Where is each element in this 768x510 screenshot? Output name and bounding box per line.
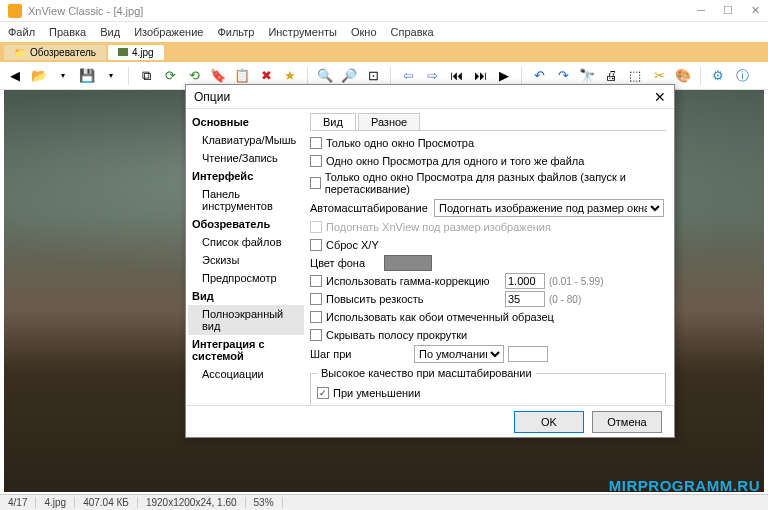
sidebar-item-assoc[interactable]: Ассоциации [188, 365, 304, 383]
sidebar-cat-integration[interactable]: Интеграция с системой [188, 335, 304, 365]
gamma-input[interactable] [505, 273, 545, 289]
menubar: Файл Правка Вид Изображение Фильтр Инстр… [0, 22, 768, 42]
tab-browser[interactable]: 📁 Обозреватель [4, 45, 106, 60]
ok-button[interactable]: OK [514, 411, 584, 433]
sidebar-item-preview[interactable]: Предпросмотр [188, 269, 304, 287]
sidebar-cat-browser[interactable]: Обозреватель [188, 215, 304, 233]
checkbox-hq-down[interactable] [317, 387, 329, 399]
checkbox-fit-window [310, 221, 322, 233]
autoscale-select[interactable]: Подогнать изображение под размер окна, т… [434, 199, 664, 217]
options-dialog: Опции ✕ Основные Клавиатура/Мышь Чтение/… [185, 84, 675, 438]
close-button[interactable]: ✕ [751, 4, 760, 17]
status-dimensions: 1920x1200x24, 1.60 [138, 497, 246, 508]
menu-edit[interactable]: Правка [49, 26, 86, 38]
dropdown-icon[interactable]: ▾ [102, 67, 120, 85]
sidebar-cat-interface[interactable]: Интерфейс [188, 167, 304, 185]
status-zoom: 53% [246, 497, 283, 508]
print-icon[interactable]: 🖨 [602, 67, 620, 85]
crop-icon[interactable]: ✂ [650, 67, 668, 85]
watermark: MIRPROGRAMM.RU [609, 477, 760, 494]
zoom-fit-icon[interactable]: ⊡ [364, 67, 382, 85]
sharpen-input[interactable] [505, 291, 545, 307]
app-logo [8, 4, 22, 18]
tag-icon[interactable]: 🔖 [209, 67, 227, 85]
back-icon[interactable]: ◀ [6, 67, 24, 85]
panel-tab-view[interactable]: Вид [310, 113, 356, 130]
tab-image[interactable]: 4.jpg [108, 45, 164, 60]
menu-tools[interactable]: Инструменты [268, 26, 337, 38]
star-icon[interactable]: ★ [281, 67, 299, 85]
checkbox-sharpen[interactable] [310, 293, 322, 305]
checkbox-reset-xy[interactable] [310, 239, 322, 251]
slideshow-icon[interactable]: ▶ [495, 67, 513, 85]
zoom-out-icon[interactable]: 🔎 [340, 67, 358, 85]
checkbox-wallpaper[interactable] [310, 311, 322, 323]
step-label: Шаг при [310, 348, 410, 360]
first-icon[interactable]: ⏮ [447, 67, 465, 85]
resize-icon[interactable]: ⬚ [626, 67, 644, 85]
step-input[interactable] [508, 346, 548, 362]
status-index: 4/17 [0, 497, 36, 508]
sidebar-item-keyboard[interactable]: Клавиатура/Мышь [188, 131, 304, 149]
prev-icon[interactable]: ⇦ [399, 67, 417, 85]
zoom-in-icon[interactable]: 🔍 [316, 67, 334, 85]
menu-filter[interactable]: Фильтр [217, 26, 254, 38]
sidebar-cat-view[interactable]: Вид [188, 287, 304, 305]
sidebar-item-fullscreen[interactable]: Полноэкранный вид [188, 305, 304, 335]
checkbox-diff-file-window[interactable] [310, 177, 321, 189]
refresh-icon[interactable]: ⟳ [161, 67, 179, 85]
hq-scaling-group: Высокое качество при масштабировании При… [310, 367, 666, 405]
save-icon[interactable]: 💾 [78, 67, 96, 85]
sidebar-item-thumbs[interactable]: Эскизы [188, 251, 304, 269]
settings-icon[interactable]: ⚙ [709, 67, 727, 85]
checkbox-gamma[interactable] [310, 275, 322, 287]
scan-icon[interactable]: ⧉ [137, 67, 155, 85]
thumbnail-icon [118, 48, 128, 56]
menu-help[interactable]: Справка [391, 26, 434, 38]
delete-icon[interactable]: ✖ [257, 67, 275, 85]
info-icon[interactable]: ⓘ [733, 67, 751, 85]
checkbox-hide-scroll[interactable] [310, 329, 322, 341]
options-panel: Вид Разное Только одно окно Просмотра Од… [306, 109, 674, 405]
sidebar-item-toolbar[interactable]: Панель инструментов [188, 185, 304, 215]
bgcolor-swatch[interactable] [384, 255, 432, 271]
binoculars-icon[interactable]: 🔭 [578, 67, 596, 85]
rotate-right-icon[interactable]: ↷ [554, 67, 572, 85]
sidebar-item-readwrite[interactable]: Чтение/Запись [188, 149, 304, 167]
menu-window[interactable]: Окно [351, 26, 377, 38]
adjust-icon[interactable]: 🎨 [674, 67, 692, 85]
cancel-button[interactable]: Отмена [592, 411, 662, 433]
status-filesize: 407.04 КБ [75, 497, 138, 508]
window-title: XnView Classic - [4.jpg] [28, 5, 697, 17]
dropdown-icon[interactable]: ▾ [54, 67, 72, 85]
dialog-title: Опции [194, 90, 654, 104]
document-tabbar: 📁 Обозреватель 4.jpg [0, 42, 768, 62]
options-sidebar: Основные Клавиатура/Мышь Чтение/Запись И… [186, 109, 306, 405]
last-icon[interactable]: ⏭ [471, 67, 489, 85]
menu-view[interactable]: Вид [100, 26, 120, 38]
next-icon[interactable]: ⇨ [423, 67, 441, 85]
statusbar: 4/17 4.jpg 407.04 КБ 1920x1200x24, 1.60 … [0, 494, 768, 510]
menu-image[interactable]: Изображение [134, 26, 203, 38]
sidebar-cat-general[interactable]: Основные [188, 113, 304, 131]
checkbox-single-window[interactable] [310, 137, 322, 149]
dialog-close-button[interactable]: ✕ [654, 89, 666, 105]
bgcolor-label: Цвет фона [310, 257, 380, 269]
minimize-button[interactable]: ─ [697, 4, 705, 17]
panel-tab-misc[interactable]: Разное [358, 113, 420, 130]
reload-icon[interactable]: ⟲ [185, 67, 203, 85]
autoscale-label: Автомасштабирование [310, 202, 430, 214]
sidebar-item-filelist[interactable]: Список файлов [188, 233, 304, 251]
status-filename: 4.jpg [36, 497, 75, 508]
rotate-left-icon[interactable]: ↶ [530, 67, 548, 85]
maximize-button[interactable]: ☐ [723, 4, 733, 17]
copy-icon[interactable]: 📋 [233, 67, 251, 85]
checkbox-same-file-window[interactable] [310, 155, 322, 167]
open-icon[interactable]: 📂 [30, 67, 48, 85]
step-select[interactable]: По умолчанию [414, 345, 504, 363]
menu-file[interactable]: Файл [8, 26, 35, 38]
